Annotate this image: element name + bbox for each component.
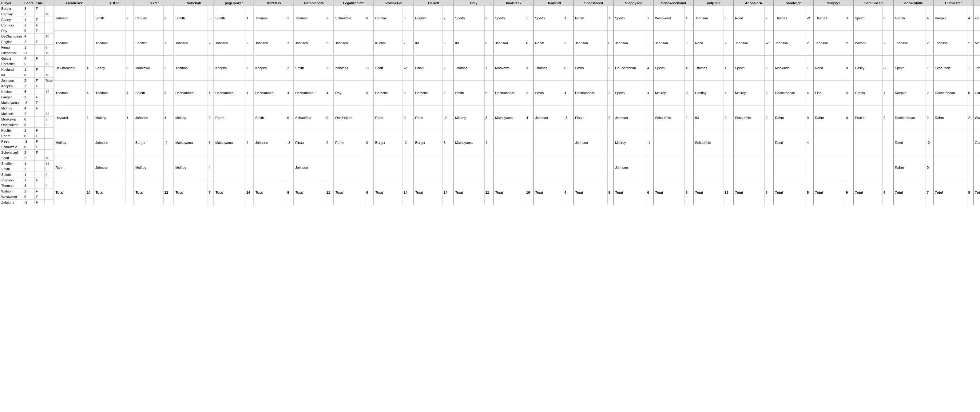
fantasy-pick-score: 0	[208, 56, 214, 81]
fantasy-pick-player: Dechambeau	[774, 81, 806, 105]
fantasy-pick-row: Thomas 4	[94, 81, 134, 105]
fantasy-pick-score: 1	[926, 56, 933, 81]
fantasy-pick-row: Speith 1	[614, 6, 654, 31]
fantasy-pick-score: 2	[442, 6, 453, 31]
fantasy-pick-player: DeChambeau	[54, 56, 86, 81]
fantasy-team-header: IamGreek	[494, 0, 533, 6]
fantasy-pick-score: 1	[882, 81, 893, 105]
fantasy-total-value: 7	[926, 180, 933, 205]
player-row: Garcia 4 F	[0, 56, 54, 61]
fantasy-pick-row	[814, 155, 853, 180]
fantasy-pick-score: -1	[646, 130, 653, 155]
player-thru	[35, 61, 44, 67]
fantasy-total-row: Total 14	[374, 180, 414, 205]
fantasy-total-label: Total	[774, 180, 806, 205]
fantasy-pick-row: Johnson 4	[134, 105, 174, 130]
fantasy-pick-player: Reed	[414, 105, 443, 130]
player-thru2: 10	[44, 72, 54, 78]
fantasy-team-table: SloppyJoe Speith 1 Johnson DeChambeau 4 …	[614, 0, 654, 205]
fantasy-pick-player: Rahm	[894, 155, 926, 180]
player-row: Morikawa 0 9	[0, 116, 54, 122]
fantasy-pick-row: McIlroy 1	[94, 105, 134, 130]
fantasy-pick-row: Dechambeau 1	[174, 81, 214, 105]
fantasy-pick-row	[654, 155, 694, 180]
fantasy-pick-score: 4	[684, 56, 693, 81]
fantasy-pick-player: Morikawa	[774, 56, 806, 81]
player-thru2	[44, 83, 54, 89]
fantasy-pick-score	[525, 155, 533, 180]
player-thru: F	[35, 67, 44, 72]
fantasy-pick-player: Johnson	[614, 31, 646, 56]
fantasy-pick-score	[163, 155, 174, 180]
fantasy-pick-row: Speith 1	[534, 6, 573, 31]
fantasy-pick-row: Horschel 5	[374, 81, 414, 105]
fantasy-pick-score: 5	[442, 81, 453, 105]
fantasy-pick-row: Rahm	[54, 155, 94, 180]
fantasy-pick-row: Johnson -3	[534, 105, 573, 130]
fantasy-pick-score	[365, 155, 374, 180]
fantasy-pick-score: 0	[365, 6, 374, 31]
fantasy-pick-player: Rahm	[934, 105, 967, 130]
player-row: Molinari 2 14	[0, 111, 54, 116]
fantasy-pick-player: Johnson	[94, 155, 126, 180]
player-score: 2	[23, 83, 35, 89]
fantasy-pick-row: Oosthuizen	[334, 105, 374, 130]
fantasy-total-row: Total 4	[534, 180, 573, 205]
player-tbody: Berger 3 F Cantlay 3 10 Casey 1 F Connor…	[0, 6, 54, 205]
player-name: Garcia	[0, 56, 23, 61]
fantasy-pick-player: Matsuyama	[454, 130, 484, 155]
fantasy-pick-score	[646, 155, 653, 180]
fantasy-pick-player: McIlroy	[734, 81, 765, 105]
fantasy-pick-row	[494, 155, 533, 180]
player-score: 2	[23, 127, 35, 133]
fantasy-pick-score	[86, 31, 94, 56]
fantasy-pick-player	[334, 155, 365, 180]
fantasy-pick-row: Reed 2	[734, 6, 773, 31]
fantasy-pick-row: Smith 5	[454, 81, 493, 105]
fantasy-pick-player: Thomas	[294, 6, 325, 31]
fantasy-pick-player	[934, 155, 967, 180]
fantasy-pick-player: Dechambeau	[894, 105, 926, 130]
player-thru: F	[35, 127, 44, 133]
fantasy-pick-row: Speith 3	[854, 6, 893, 31]
fantasy-pick-row	[254, 155, 294, 180]
fantasy-pick-player	[734, 155, 765, 180]
fantasy-pick-score: 5	[402, 81, 413, 105]
fantasy-total-value: 6	[684, 180, 693, 205]
fantasy-pick-row: Johnson 2	[254, 31, 294, 56]
fantasy-pick-row: Johnson	[614, 105, 654, 130]
fantasy-pick-score: 2	[125, 6, 134, 31]
player-thru2: 9	[44, 45, 54, 50]
fantasy-pick-player: Scott	[374, 56, 403, 81]
fantasy-total-row: Total 8	[574, 180, 614, 205]
fantasy-total-label: Total	[374, 180, 403, 205]
fantasy-total-value: 13	[724, 180, 733, 205]
fantasy-pick-row: Johnson -3	[254, 130, 294, 155]
fantasy-pick-score	[402, 155, 413, 180]
fantasy-pick-score: 2	[882, 105, 893, 130]
fantasy-pick-row: Reed 0	[374, 105, 414, 130]
fantasy-pick-player: Sheffler	[134, 31, 163, 56]
fantasy-pick-player	[694, 155, 724, 180]
player-thru2	[44, 194, 54, 200]
fantasy-pick-row	[694, 155, 733, 180]
fantasy-pick-score: 4	[724, 81, 733, 105]
fantasy-pick-score: 2	[325, 130, 334, 155]
fantasy-team-block: SloppyJoe Speith 1 Johnson DeChambeau 4 …	[614, 0, 654, 205]
player-thru2: 12	[44, 61, 54, 67]
fantasy-pick-row: Johnson	[94, 130, 134, 155]
fantasy-pick-row: Thomas 1	[454, 56, 493, 81]
fantasy-pick-player: Thomas	[534, 56, 563, 81]
fantasy-pick-score: 3	[245, 56, 254, 81]
fantasy-pick-score: 4	[86, 81, 94, 105]
player-score: 5	[23, 61, 35, 67]
fantasy-pick-score	[845, 155, 853, 180]
fantasy-pick-score	[806, 155, 813, 180]
fantasy-pick-score: 2	[806, 31, 813, 56]
fantasy-pick-score: 3	[163, 81, 174, 105]
fantasy-pick-score	[967, 130, 973, 155]
fantasy-total-row: Total 13	[694, 180, 733, 205]
player-score: 1	[23, 161, 35, 166]
player-thru: F	[35, 39, 44, 45]
fantasy-pick-player: Johnson	[614, 105, 646, 130]
